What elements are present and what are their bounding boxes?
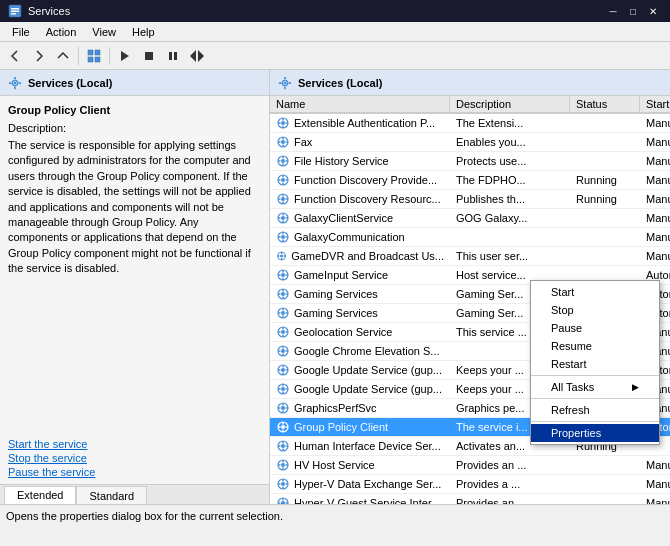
col-desc[interactable]: Description [450,96,570,112]
table-row[interactable]: Function Discovery Resourc... Publishes … [270,190,670,209]
context-menu-item-resume[interactable]: Resume [531,337,659,355]
cell-desc: Provides an ... [450,494,570,504]
svg-rect-31 [286,122,289,124]
cell-name: Function Discovery Provide... [270,171,450,189]
svg-rect-101 [282,354,284,357]
svg-point-141 [281,482,285,486]
svg-rect-107 [282,373,284,376]
svg-rect-49 [286,179,289,181]
svg-rect-133 [286,445,289,447]
pause-button[interactable] [162,45,184,67]
back-button[interactable] [4,45,26,67]
table-row[interactable]: GalaxyClientService GOG Galaxy... Manual… [270,209,670,228]
context-menu-item-restart[interactable]: Restart [531,355,659,373]
menu-view[interactable]: View [84,25,124,39]
context-menu-item-properties[interactable]: Properties [531,424,659,442]
context-menu-item-pause[interactable]: Pause [531,319,659,337]
svg-rect-4 [88,50,93,55]
show-hide-button[interactable] [83,45,105,67]
context-menu-item-stop[interactable]: Stop [531,301,659,319]
restart-button[interactable] [186,45,208,67]
col-name[interactable]: Name [270,96,450,112]
table-header: Name Description Status Startup Type Log [270,96,670,114]
svg-point-117 [281,406,285,410]
svg-point-75 [281,273,285,277]
svg-rect-28 [282,118,284,121]
context-menu-item-refresh[interactable]: Refresh [531,401,659,419]
menu-help[interactable]: Help [124,25,163,39]
svg-rect-66 [278,236,281,238]
svg-rect-94 [282,327,284,330]
table-row[interactable]: GalaxyCommunication Manual Loc... [270,228,670,247]
svg-rect-139 [286,464,289,466]
svg-point-39 [281,159,285,163]
svg-rect-72 [278,255,280,256]
description-text: The service is responsible for applying … [8,138,261,277]
menu-action[interactable]: Action [38,25,85,39]
tab-extended[interactable]: Extended [4,486,76,504]
maximize-button[interactable]: □ [624,3,642,19]
cell-status [570,247,640,265]
svg-rect-65 [282,240,284,243]
table-row[interactable]: Hyper-V Guest Service Inter... Provides … [270,494,670,504]
svg-rect-3 [11,13,16,15]
stop-service-link[interactable]: Stop the service [8,452,261,464]
cell-status [570,152,640,170]
cell-startup: Manual [640,475,670,493]
cell-name: Google Update Service (gup... [270,380,450,398]
context-menu-item-start[interactable]: Start [531,283,659,301]
service-row-icon [276,116,290,130]
svg-rect-114 [278,388,281,390]
context-menu-item-all-tasks[interactable]: All Tasks▶ [531,378,659,396]
table-row[interactable]: GameDVR and Broadcast Us... This user se… [270,247,670,266]
cell-desc: Provides an ... [450,456,570,474]
service-row-icon [276,211,290,225]
tab-standard[interactable]: Standard [76,486,147,504]
svg-rect-29 [282,126,284,129]
table-row[interactable]: Hyper-V Data Exchange Ser... Provides a … [270,475,670,494]
svg-rect-120 [278,407,281,409]
svg-point-63 [281,235,285,239]
cell-startup: Manual [640,133,670,151]
stop-button[interactable] [138,45,160,67]
cell-name: Group Policy Client [270,418,450,436]
svg-rect-48 [278,179,281,181]
play-button[interactable] [114,45,136,67]
svg-rect-95 [282,335,284,338]
cell-status [570,475,640,493]
svg-rect-11 [174,52,177,60]
service-row-icon [276,439,290,453]
cell-name: Human Interface Device Ser... [270,437,450,455]
col-status[interactable]: Status [570,96,640,112]
up-button[interactable] [52,45,74,67]
service-row-icon [276,249,287,263]
svg-point-93 [281,330,285,334]
menu-file[interactable]: File [4,25,38,39]
svg-rect-113 [282,392,284,395]
cell-name: Geolocation Service [270,323,450,341]
table-row[interactable]: Extensible Authentication P... The Exten… [270,114,670,133]
left-panel-content: Group Policy Client Description: The ser… [0,96,269,432]
table-row[interactable]: HV Host Service Provides an ... Manual L… [270,456,670,475]
minimize-button[interactable]: ─ [604,3,622,19]
svg-rect-16 [14,76,16,79]
service-row-icon [276,420,290,434]
start-service-link[interactable]: Start the service [8,438,261,450]
svg-rect-83 [282,297,284,300]
close-button[interactable]: ✕ [644,3,662,19]
col-startup[interactable]: Startup Type [640,96,670,112]
svg-rect-103 [286,350,289,352]
pause-service-link[interactable]: Pause the service [8,466,261,478]
cell-name: GraphicsPerfSvc [270,399,450,417]
svg-rect-121 [286,407,289,409]
title-bar-left: Services [8,4,70,18]
cell-status [570,133,640,151]
cell-desc [450,228,570,246]
table-row[interactable]: Fax Enables you... Manual Net... [270,133,670,152]
forward-button[interactable] [28,45,50,67]
table-row[interactable]: File History Service Protects use... Man… [270,152,670,171]
svg-point-129 [281,444,285,448]
table-row[interactable]: Function Discovery Provide... The FDPHO.… [270,171,670,190]
cell-desc: The FDPHO... [450,171,570,189]
service-row-icon [276,135,290,149]
